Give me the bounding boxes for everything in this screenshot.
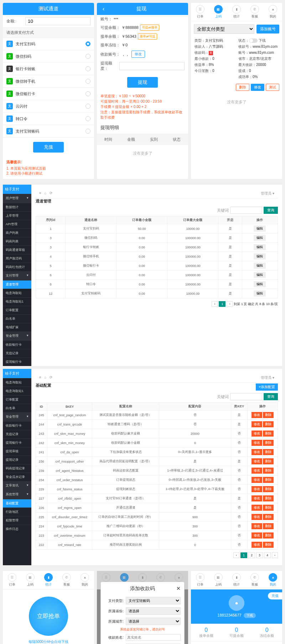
tab-客服[interactable]: ✆客服 bbox=[58, 571, 76, 589]
pay-option[interactable]: 支银行卡转账 bbox=[3, 63, 94, 75]
delete-button[interactable]: 删除 bbox=[263, 412, 274, 418]
tab-订单[interactable]: ☰订单 bbox=[191, 3, 209, 21]
edit-button[interactable]: 编辑 bbox=[254, 263, 266, 269]
radio-icon[interactable] bbox=[86, 91, 90, 96]
delete-button[interactable]: 删除 bbox=[263, 542, 274, 548]
tab-统计[interactable]: ▮统计 bbox=[227, 3, 245, 21]
radio-icon[interactable] bbox=[86, 41, 90, 46]
modal-select[interactable]: 请选择 bbox=[126, 607, 181, 615]
amount-input[interactable] bbox=[25, 17, 90, 25]
pager-next[interactable]: › bbox=[227, 301, 233, 307]
search-button[interactable]: 查询 bbox=[264, 207, 278, 214]
delete-button[interactable]: 删除 bbox=[263, 532, 274, 539]
sidebar-item[interactable]: 电查询取站 bbox=[3, 378, 31, 387]
sidebar-item[interactable]: 基础配置 bbox=[3, 499, 31, 508]
delete-button[interactable]: 删除 bbox=[263, 495, 274, 501]
sidebar-item[interactable]: 码商通道审核 bbox=[3, 246, 31, 254]
modify-button[interactable]: 修改 bbox=[252, 440, 262, 446]
sidebar-item[interactable]: 通道管理 bbox=[3, 280, 31, 289]
edit-button[interactable]: 编辑 bbox=[254, 272, 266, 278]
tab-上码[interactable]: ▦上码 bbox=[21, 571, 39, 589]
sidebar-item[interactable]: 资金流水记录 bbox=[3, 473, 31, 481]
sidebar-group-user[interactable]: 用户管理▾ bbox=[3, 194, 31, 203]
delete-button[interactable]: 删除 bbox=[263, 440, 274, 446]
search-button-2[interactable]: 查询 bbox=[264, 393, 278, 400]
tab-我的[interactable]: ▲我的 bbox=[76, 571, 94, 589]
modify-button[interactable]: 修改 bbox=[252, 412, 262, 418]
delete-button[interactable]: 删除 bbox=[263, 505, 274, 511]
sidebar-item[interactable]: 提现记录 bbox=[3, 455, 31, 464]
sidebar-group-system[interactable]: 系统管理▾ bbox=[3, 490, 31, 499]
recharge-pill[interactable]: 充值 bbox=[268, 592, 282, 599]
edit-button[interactable]: 编辑 bbox=[254, 235, 266, 241]
radio-icon[interactable] bbox=[86, 79, 90, 84]
sidebar-item[interactable]: 码商列表 bbox=[3, 237, 31, 246]
sidebar-item[interactable]: 收款银行卡 bbox=[3, 421, 31, 430]
modify-button[interactable]: 修改 bbox=[252, 505, 262, 511]
sidebar-item[interactable]: 收款银行卡 bbox=[3, 340, 31, 349]
sidebar-item[interactable]: 提现审核 bbox=[3, 447, 31, 455]
sidebar-item[interactable]: 订单配置 bbox=[3, 306, 31, 314]
sidebar-item[interactable]: 充值记录 bbox=[3, 349, 31, 357]
tab-订单[interactable]: ☰订单 bbox=[3, 571, 21, 589]
modify-button[interactable]: 修改 bbox=[252, 486, 262, 492]
sidebar-item[interactable]: 提现银行卡 bbox=[3, 438, 31, 447]
sidebar-item[interactable]: 商户列表 bbox=[3, 228, 31, 237]
sidebar-item[interactable]: 行政地区 bbox=[3, 508, 31, 516]
pager-prev[interactable]: ‹ bbox=[212, 301, 218, 307]
sidebar-item[interactable]: 电查询取站1 bbox=[3, 387, 31, 395]
delete-button[interactable]: 删除 bbox=[263, 486, 274, 492]
sidebar-item[interactable]: API管理 bbox=[3, 220, 31, 228]
tab-我的[interactable]: ▲我的 bbox=[264, 3, 282, 21]
modify-button[interactable]: 修改 bbox=[252, 514, 262, 520]
tab-客服[interactable]: ✆客服 bbox=[246, 3, 264, 21]
radio-icon[interactable] bbox=[86, 104, 90, 109]
modify-button[interactable]: 修改 bbox=[252, 458, 262, 464]
pay-option[interactable]: 支云闪付 bbox=[3, 100, 94, 113]
grab-button[interactable]: 立即抢单 bbox=[29, 597, 68, 636]
modify-button[interactable]: 修改 bbox=[252, 421, 262, 427]
withdraw-button[interactable]: 提现 bbox=[127, 77, 158, 88]
status-toggle[interactable] bbox=[249, 38, 258, 43]
modify-button[interactable]: 修改 bbox=[252, 495, 262, 501]
tab-统计[interactable]: ▮统计 bbox=[39, 571, 57, 589]
sidebar-item[interactable]: 码商红包统计 bbox=[3, 263, 31, 271]
withdraw-amount-input[interactable] bbox=[119, 62, 185, 70]
modify-button[interactable]: 修改 bbox=[252, 523, 262, 529]
sidebar-item[interactable]: 白名单 bbox=[3, 404, 31, 412]
radio-icon[interactable] bbox=[86, 66, 90, 71]
tag-order-withdraw[interactable]: 接单⇌可提 bbox=[138, 34, 157, 40]
modify-button[interactable]: 修改 bbox=[252, 542, 262, 548]
change-button[interactable]: 修改 bbox=[131, 51, 145, 58]
pay-option[interactable]: 支微信扫码 bbox=[3, 50, 94, 63]
sidebar-group-fund[interactable]: 资金管理▾ bbox=[3, 331, 31, 340]
sidebar-item[interactable]: 电查询取站1 bbox=[3, 297, 31, 306]
add-account-button[interactable]: 添加账号 bbox=[256, 25, 279, 34]
modify-button[interactable]: 修改 bbox=[252, 449, 262, 455]
sidebar-group-pay[interactable]: 支付管理▾ bbox=[3, 271, 31, 280]
modify-button[interactable]: 修改 bbox=[251, 84, 264, 91]
delete-button[interactable]: 删除 bbox=[263, 431, 274, 437]
sidebar-item[interactable]: 充值记录 bbox=[3, 430, 31, 438]
delete-button[interactable]: 删除 bbox=[263, 421, 274, 427]
tab-客服[interactable]: ✆客服 bbox=[246, 571, 264, 589]
tag-withdraw-order[interactable]: 可提⇌接单 bbox=[140, 25, 159, 31]
radio-icon[interactable] bbox=[86, 129, 90, 134]
radio-icon[interactable] bbox=[86, 116, 90, 121]
pay-option[interactable]: 支支付宝转账码 bbox=[3, 125, 94, 138]
modal-input[interactable] bbox=[126, 634, 181, 641]
pay-type-select[interactable]: 全部支付类型 bbox=[194, 24, 254, 34]
sidebar-item[interactable]: 白名单 bbox=[3, 314, 31, 323]
back-icon[interactable]: ‹ bbox=[100, 6, 104, 12]
radio-icon[interactable] bbox=[86, 54, 90, 59]
sidebar-item[interactable]: 数据统计 bbox=[3, 203, 31, 211]
sidebar-item[interactable]: 权限管理 bbox=[3, 516, 31, 525]
keyword-input-2[interactable] bbox=[230, 393, 262, 400]
modify-button[interactable]: 修改 bbox=[252, 532, 262, 539]
sidebar-item[interactable]: 码商提现记录 bbox=[3, 464, 31, 473]
delete-button[interactable]: 删除 bbox=[263, 449, 274, 455]
pay-option[interactable]: 支转口令 bbox=[3, 113, 94, 125]
edit-button[interactable]: 编辑 bbox=[254, 244, 266, 250]
delete-button[interactable]: 删除 bbox=[263, 458, 274, 464]
delete-button[interactable]: 删除 bbox=[263, 523, 274, 529]
